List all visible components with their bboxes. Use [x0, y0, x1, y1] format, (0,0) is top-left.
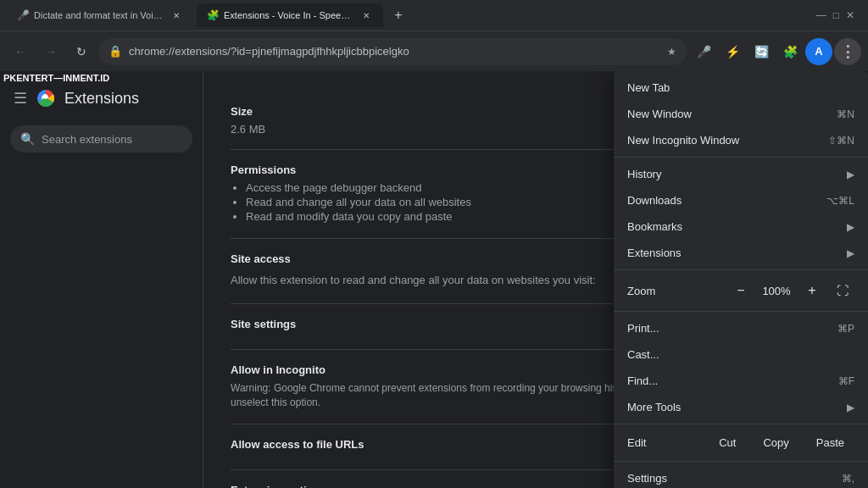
search-box[interactable]: 🔍: [10, 125, 192, 152]
menu-item-bookmarks[interactable]: Bookmarks ▶: [614, 214, 868, 240]
zoom-label: Zoom: [627, 285, 722, 297]
cast-label: Cast...: [627, 348, 854, 361]
menu-item-new-window[interactable]: New Window ⌘N: [614, 101, 868, 127]
zoom-minus-button[interactable]: −: [729, 279, 753, 302]
copy-button[interactable]: Copy: [753, 433, 798, 452]
chrome-logo: [36, 88, 56, 108]
menu-item-cast[interactable]: Cast...: [614, 341, 868, 368]
find-shortcut: ⌘F: [838, 375, 854, 387]
window-minimize[interactable]: —: [816, 9, 826, 21]
tab-2[interactable]: 🧩 Extensions - Voice In - Speech... ✕: [197, 3, 383, 27]
print-shortcut: ⌘P: [837, 323, 854, 335]
downloads-shortcut: ⌥⌘L: [826, 195, 854, 207]
toolbar-icons: 🎤 ⚡ 🔄 🧩 A ⋮: [690, 38, 861, 65]
three-dot-menu[interactable]: ⋮: [834, 38, 861, 65]
menu-item-print[interactable]: Print... ⌘P: [614, 315, 868, 341]
lock-icon: 🔒: [108, 45, 122, 58]
settings-shortcut: ⌘,: [842, 473, 854, 485]
find-label: Find...: [627, 374, 828, 387]
menu-divider-4: [614, 424, 868, 424]
back-button[interactable]: ←: [7, 38, 34, 65]
extension-options-label: Extension options: [231, 484, 326, 488]
menu-item-more-tools[interactable]: More Tools ▶: [614, 394, 868, 420]
url-star-icon[interactable]: ★: [667, 46, 676, 58]
forward-button[interactable]: →: [37, 38, 64, 65]
new-tab-label: New Tab: [627, 81, 844, 94]
tab-1-label: Dictate and format text in Voic...: [34, 10, 164, 20]
url-bar[interactable]: 🔒 chrome://extensions/?id=pjnefijmagpdjf…: [98, 38, 687, 65]
edit-row: Edit Cut Copy Paste: [614, 428, 868, 458]
title-bar: 🎤 Dictate and format text in Voic... ✕ 🧩…: [0, 0, 868, 30]
history-label: History: [627, 168, 837, 180]
zoom-plus-button[interactable]: +: [800, 279, 824, 302]
mic-icon-btn[interactable]: 🎤: [690, 38, 717, 65]
zoom-row: Zoom − 100% + ⛶: [614, 274, 868, 308]
main-area: ☰ Extensions 🔍 S: [0, 71, 868, 488]
menu-divider-3: [614, 311, 868, 312]
paste-button[interactable]: Paste: [806, 433, 854, 452]
profile-avatar[interactable]: A: [805, 38, 832, 65]
menu-item-downloads[interactable]: Downloads ⌥⌘L: [614, 187, 868, 214]
tab-1[interactable]: 🎤 Dictate and format text in Voic... ✕: [7, 3, 193, 27]
more-tools-label: More Tools: [627, 401, 837, 413]
hamburger-menu[interactable]: ☰: [14, 89, 27, 108]
more-tools-arrow: ▶: [847, 402, 854, 413]
new-window-shortcut: ⌘N: [837, 108, 854, 120]
new-window-label: New Window: [627, 108, 826, 120]
menu-divider-1: [614, 157, 868, 158]
zoom-value: 100%: [760, 285, 793, 297]
window-maximize[interactable]: □: [833, 9, 839, 21]
bookmarks-arrow: ▶: [847, 221, 854, 233]
extensions-arrow: ▶: [847, 247, 854, 259]
menu-item-find[interactable]: Find... ⌘F: [614, 368, 868, 394]
watermark: PKENTERT—INMENT.ID: [0, 71, 113, 85]
search-icon: 🔍: [20, 132, 35, 146]
browser-frame: 🎤 Dictate and format text in Voic... ✕ 🧩…: [0, 0, 868, 488]
window-close[interactable]: ✕: [846, 9, 854, 21]
menu-item-settings[interactable]: Settings ⌘,: [614, 465, 868, 488]
tab-2-label: Extensions - Voice In - Speech...: [224, 10, 354, 20]
tab-1-icon: 🎤: [17, 9, 29, 21]
print-label: Print...: [627, 322, 827, 335]
menu-item-history[interactable]: History ▶: [614, 161, 868, 187]
cut-button[interactable]: Cut: [709, 433, 746, 452]
extensions-menu-label: Extensions: [627, 247, 837, 259]
incognito-shortcut: ⇧⌘N: [828, 135, 854, 147]
chrome-menu: New Tab New Window ⌘N New Incognito Wind…: [614, 71, 868, 488]
sidebar-title: Extensions: [64, 90, 139, 108]
performance-icon[interactable]: ⚡: [719, 38, 746, 65]
url-text: chrome://extensions/?id=pjnefijmagpdjfhh…: [129, 45, 660, 58]
sidebar: ☰ Extensions 🔍: [0, 71, 203, 488]
tab-1-close[interactable]: ✕: [170, 8, 183, 22]
new-tab-button[interactable]: +: [387, 3, 410, 27]
menu-divider-5: [614, 461, 868, 462]
zoom-fullscreen-button[interactable]: ⛶: [831, 279, 854, 302]
puzzle-icon[interactable]: 🧩: [776, 38, 804, 65]
edit-label: Edit: [627, 436, 702, 449]
search-input[interactable]: [42, 133, 184, 146]
tab-2-icon: 🧩: [207, 9, 219, 21]
settings-label: Settings: [627, 472, 832, 485]
menu-item-incognito[interactable]: New Incognito Window ⇧⌘N: [614, 127, 868, 153]
menu-item-extensions[interactable]: Extensions ▶: [614, 240, 868, 266]
history-arrow: ▶: [847, 169, 854, 180]
tab-2-close[interactable]: ✕: [359, 8, 373, 22]
menu-item-new-tab[interactable]: New Tab: [614, 75, 868, 101]
menu-divider-2: [614, 269, 868, 270]
bookmarks-label: Bookmarks: [627, 220, 837, 233]
sync-icon[interactable]: 🔄: [748, 38, 775, 65]
incognito-label: New Incognito Window: [627, 134, 818, 147]
reload-button[interactable]: ↻: [68, 38, 95, 65]
address-bar: ← → ↻ 🔒 chrome://extensions/?id=pjnefijm…: [0, 30, 868, 71]
downloads-label: Downloads: [627, 194, 816, 207]
